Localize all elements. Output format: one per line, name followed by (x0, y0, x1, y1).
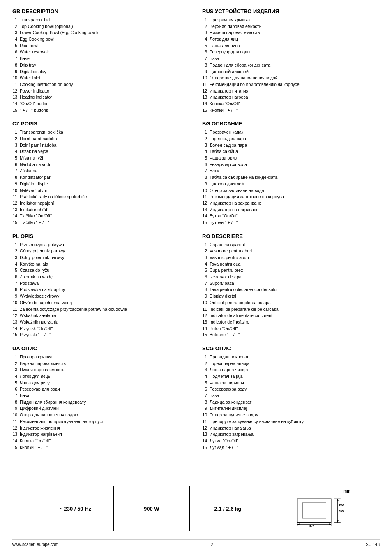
list-item: Orificiul pentru umplerea cu apa (210, 300, 380, 306)
main-columns: GB DESCRIPTION Transparent Lid Top Cooki… (12, 8, 380, 478)
list-item: Кнопки " + / - " (20, 444, 190, 451)
svg-marker-12 (297, 523, 300, 525)
list-item: Індикатор живлення (20, 425, 190, 431)
list-item: Рекомендації по приготуванню на корпусі (20, 419, 190, 425)
list-item: Tava pentru oua (210, 261, 380, 267)
weight-cell: 2.1 / 2.6 kg (190, 486, 266, 531)
list-item: Indicator de alimentare cu curent (210, 312, 380, 319)
voltage-cell: ~ 230 / 50 Hz (37, 486, 114, 531)
dimensions-diagram: 265 235 325 (285, 495, 350, 527)
svg-text:235: 235 (339, 509, 344, 513)
list-gb: Transparent Lid Top Cooking bowl (option… (12, 17, 190, 113)
dimensions-cell: mm 265 235 325 (266, 486, 355, 531)
list-item: " + / - " buttons (20, 107, 190, 113)
list-item: Кнопка "On/Off" (210, 101, 380, 107)
list-item: Transparentní poklička (20, 129, 190, 135)
list-item: Zbiornik na wodę (20, 274, 190, 280)
list-item: Поддон для сбора конденсата (210, 62, 380, 68)
title-ro-text: DESCRIERE (210, 233, 243, 239)
list-item: Лоток для яєць (20, 373, 190, 379)
page: GB DESCRIPTION Transparent Lid Top Cooki… (12, 8, 380, 547)
mm-label: mm (343, 489, 350, 493)
section-ua-title: UA ОПИС (12, 345, 190, 352)
list-item: Резервуар для води (20, 386, 190, 392)
lang-pl: PL (12, 233, 19, 239)
list-item: Нижняя паровая емкость (210, 30, 380, 36)
list-item: Табла за яйца (210, 148, 380, 155)
section-cz-title: CZ POPIS (12, 120, 190, 127)
list-item: Прозора кришка (20, 354, 190, 360)
section-scg: SCG ОПИС Провидан поклопац Горња парна ч… (202, 345, 380, 450)
list-item: Tlačítko "On/Off" (20, 213, 190, 219)
list-item: Кнопка "On/Off" (20, 438, 190, 444)
list-item: Vas mic pentru aburi (210, 254, 380, 261)
svg-marker-6 (337, 520, 339, 523)
list-item: Podstawa (20, 280, 190, 287)
list-item: Lower Cooking Bowl (Egg Cooking bowl) (20, 30, 190, 36)
section-pl-title: PL OPIS (12, 233, 190, 239)
title-rus-text: УСТРОЙСТВО ИЗДЕЛИЯ (213, 8, 279, 14)
model-number: SC-143 (366, 542, 380, 547)
svg-text:325: 325 (309, 524, 314, 527)
list-item: Butoane " + / - " (210, 332, 380, 338)
lang-rus: RUS (202, 8, 213, 14)
title-pl-text: OPIS (19, 233, 33, 239)
list-item: Cooking instruction on body (20, 81, 190, 88)
section-gb: GB DESCRIPTION Transparent Lid Top Cooki… (12, 8, 190, 113)
list-item: База (20, 393, 190, 399)
list-item: Отвор за пуњење водом (210, 412, 380, 418)
list-ua: Прозора кришка Верхня парова ємність Ниж… (12, 354, 190, 450)
list-item: Рекомендации по приготовлению на корпусе (210, 81, 380, 88)
list-item: Дугме "On/Off" (210, 438, 380, 444)
list-item: Drip tray (20, 62, 190, 68)
list-item: Долен съд за пара (210, 142, 380, 148)
list-item: Бутон "On/Off" (210, 213, 380, 219)
section-rus-title: RUS УСТРОЙСТВО ИЗДЕЛИЯ (202, 8, 380, 14)
list-ro: Capac transparent Vas mare pentru aburi … (202, 242, 380, 338)
list-item: Подметач за јаја (210, 373, 380, 379)
lang-ua: UA (12, 345, 20, 352)
list-item: Dolny pojemnik parowy (20, 254, 190, 261)
list-item: Rezervor de apa (210, 274, 380, 280)
list-item: Wskaźnik zasilania (20, 312, 190, 319)
list-item: Горња парна чинија (210, 361, 380, 367)
list-item: Indikátor napájení (20, 200, 190, 206)
list-item: Провидан поклопац (210, 354, 380, 360)
list-item: Cupa pentru orez (210, 267, 380, 273)
page-footer: www.scarlett-europe.com 2 SC-143 (12, 539, 380, 547)
list-item: Чаша для риса (210, 43, 380, 49)
svg-rect-1 (302, 503, 326, 518)
list-item: Digitální displej (20, 181, 190, 187)
list-item: Zalecenia dotyczące przyrządzenia potraw… (20, 306, 190, 312)
section-bg: BG ОПИСАНИЕ Прозрачен капак Горен съд за… (202, 120, 380, 225)
right-column: RUS УСТРОЙСТВО ИЗДЕЛИЯ Прозрачная крышка… (202, 8, 380, 478)
list-item: Egg Cooking bowl (20, 36, 190, 42)
list-item: Индикатор питания (210, 88, 380, 94)
svg-text:265: 265 (339, 503, 344, 506)
list-item: Резервуар для воды (210, 49, 380, 55)
voltage-value: ~ 230 / 50 Hz (59, 506, 91, 512)
section-bg-title: BG ОПИСАНИЕ (202, 120, 380, 127)
list-item: Water reservoir (20, 49, 190, 55)
section-ro: RO DESCRIERE Capac transparent Vas mare … (202, 233, 380, 338)
list-item: Індикатор нагрівання (20, 431, 190, 437)
list-item: Buton "On/Off" (210, 326, 380, 332)
list-item: Отвір для наповнення водою (20, 412, 190, 418)
list-item: Dolní parní nádoba (20, 142, 190, 148)
list-item: Кнопки " + / - " (210, 107, 380, 113)
list-item: База (210, 56, 380, 62)
list-item: Дугмад " + / - " (210, 444, 380, 451)
list-item: Доња парна чинија (210, 367, 380, 373)
list-item: Препоруке за кување су назначене на кући… (210, 419, 380, 425)
page-number: 2 (211, 542, 213, 547)
title-bg-text: ОПИСАНИЕ (210, 120, 242, 127)
list-item: Indicator de încălzire (210, 319, 380, 325)
svg-marker-13 (329, 523, 331, 525)
list-item: Heating indicator (20, 94, 190, 100)
list-item: Бутони " + / - " (210, 220, 380, 226)
list-item: Цифров дисплей (210, 181, 380, 187)
list-rus: Прозрачная крышка Верхняя паровая емкост… (202, 17, 380, 113)
list-item: Górny pojemnik parowy (20, 248, 190, 254)
list-item: Прозрачная крышка (210, 17, 380, 23)
list-item: Резервоар за воду (210, 386, 380, 392)
